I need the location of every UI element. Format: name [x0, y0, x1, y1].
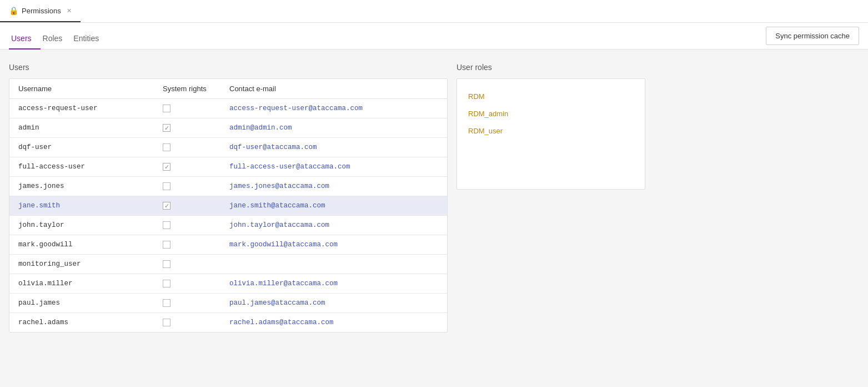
email-cell: dqf-user@ataccama.com — [229, 143, 438, 151]
nav-tabs: Users Roles Entities — [9, 23, 108, 49]
username-cell: mark.goodwill — [18, 241, 163, 249]
users-table: Username System rights Contact e-mail ac… — [9, 78, 448, 333]
user-roles-title: User roles — [456, 63, 645, 72]
system-rights-checkbox[interactable] — [163, 260, 170, 268]
username-cell: james.jones — [18, 182, 163, 190]
users-panel: Users Username System rights Contact e-m… — [9, 63, 448, 378]
tab-bar: 🔒 Permissions ✕ — [0, 0, 868, 23]
table-row[interactable]: olivia.millerolivia.miller@ataccama.com — [9, 274, 447, 294]
system-rights-checkbox[interactable] — [163, 241, 170, 249]
username-cell: rachel.adams — [18, 319, 163, 326]
users-list: access-request-useraccess-request-user@a… — [9, 99, 447, 332]
table-row[interactable]: james.jonesjames.jones@ataccama.com — [9, 177, 447, 196]
email-cell: jane.smith@ataccama.com — [229, 202, 438, 210]
roles-list: RDMRDM_adminRDM_user — [466, 88, 636, 140]
system-rights-cell[interactable] — [163, 299, 229, 307]
tab-permissions[interactable]: 🔒 Permissions ✕ — [0, 0, 81, 22]
nav-tab-roles[interactable]: Roles — [41, 34, 72, 49]
system-rights-cell[interactable] — [163, 260, 229, 268]
email-cell: john.taylor@ataccama.com — [229, 221, 438, 229]
system-rights-checkbox[interactable] — [163, 299, 170, 307]
system-rights-cell[interactable] — [163, 319, 229, 326]
table-row[interactable]: rachel.adamsrachel.adams@ataccama.com — [9, 313, 447, 332]
system-rights-checkbox[interactable] — [163, 202, 170, 210]
sync-permission-cache-button[interactable]: Sync permission cache — [766, 27, 859, 45]
role-item-rdm_user[interactable]: RDM_user — [466, 122, 636, 140]
role-item-rdm[interactable]: RDM — [466, 88, 636, 105]
username-cell: olivia.miller — [18, 280, 163, 287]
system-rights-checkbox[interactable] — [163, 319, 170, 326]
table-row[interactable]: monitoring_user — [9, 255, 447, 274]
system-rights-checkbox[interactable] — [163, 124, 170, 132]
system-rights-cell[interactable] — [163, 124, 229, 132]
username-cell: full-access-user — [18, 163, 163, 171]
table-row[interactable]: paul.jamespaul.james@ataccama.com — [9, 294, 447, 313]
system-rights-cell[interactable] — [163, 241, 229, 249]
username-cell: paul.james — [18, 299, 163, 307]
system-rights-cell[interactable] — [163, 202, 229, 210]
email-cell: mark.goodwill@ataccama.com — [229, 241, 438, 249]
main-nav: Users Roles Entities Sync permission cac… — [0, 23, 868, 49]
email-cell: james.jones@ataccama.com — [229, 182, 438, 190]
table-row[interactable]: mark.goodwillmark.goodwill@ataccama.com — [9, 235, 447, 255]
table-row[interactable]: full-access-userfull-access-user@ataccam… — [9, 157, 447, 177]
system-rights-checkbox[interactable] — [163, 105, 170, 112]
username-cell: admin — [18, 124, 163, 132]
table-row[interactable]: jane.smithjane.smith@ataccama.com — [9, 196, 447, 216]
permissions-icon: 🔒 — [9, 6, 18, 15]
email-cell: access-request-user@ataccama.com — [229, 105, 438, 112]
nav-tab-entities[interactable]: Entities — [71, 34, 108, 49]
system-rights-checkbox[interactable] — [163, 280, 170, 287]
table-row[interactable]: access-request-useraccess-request-user@a… — [9, 99, 447, 118]
username-cell: access-request-user — [18, 105, 163, 112]
username-cell: john.taylor — [18, 221, 163, 229]
table-header: Username System rights Contact e-mail — [9, 79, 447, 99]
email-cell: paul.james@ataccama.com — [229, 299, 438, 307]
role-item-rdm_admin[interactable]: RDM_admin — [466, 105, 636, 122]
user-roles-panel: User roles RDMRDM_adminRDM_user — [456, 63, 645, 378]
table-row[interactable]: john.taylorjohn.taylor@ataccama.com — [9, 216, 447, 235]
system-rights-checkbox[interactable] — [163, 221, 170, 229]
tab-close-button[interactable]: ✕ — [67, 7, 72, 14]
table-row[interactable]: dqf-userdqf-user@ataccama.com — [9, 138, 447, 157]
system-rights-cell[interactable] — [163, 221, 229, 229]
system-rights-cell[interactable] — [163, 182, 229, 190]
nav-tab-users[interactable]: Users — [9, 34, 41, 49]
system-rights-checkbox[interactable] — [163, 182, 170, 190]
system-rights-cell[interactable] — [163, 280, 229, 287]
roles-box: RDMRDM_adminRDM_user — [456, 78, 645, 190]
system-rights-cell[interactable] — [163, 105, 229, 112]
col-username: Username — [18, 85, 163, 93]
content-area: Users Username System rights Contact e-m… — [0, 49, 868, 387]
col-system-rights: System rights — [163, 85, 229, 93]
email-cell: rachel.adams@ataccama.com — [229, 319, 438, 326]
tab-permissions-label: Permissions — [22, 7, 61, 15]
email-cell: full-access-user@ataccama.com — [229, 163, 438, 171]
username-cell: monitoring_user — [18, 260, 163, 268]
email-cell: olivia.miller@ataccama.com — [229, 280, 438, 287]
system-rights-checkbox[interactable] — [163, 143, 170, 151]
system-rights-cell[interactable] — [163, 163, 229, 171]
username-cell: dqf-user — [18, 143, 163, 151]
username-cell: jane.smith — [18, 202, 163, 210]
col-contact-email: Contact e-mail — [229, 85, 438, 93]
table-row[interactable]: adminadmin@admin.com — [9, 118, 447, 138]
system-rights-checkbox[interactable] — [163, 163, 170, 171]
users-panel-title: Users — [9, 63, 448, 72]
email-cell: admin@admin.com — [229, 124, 438, 132]
system-rights-cell[interactable] — [163, 143, 229, 151]
